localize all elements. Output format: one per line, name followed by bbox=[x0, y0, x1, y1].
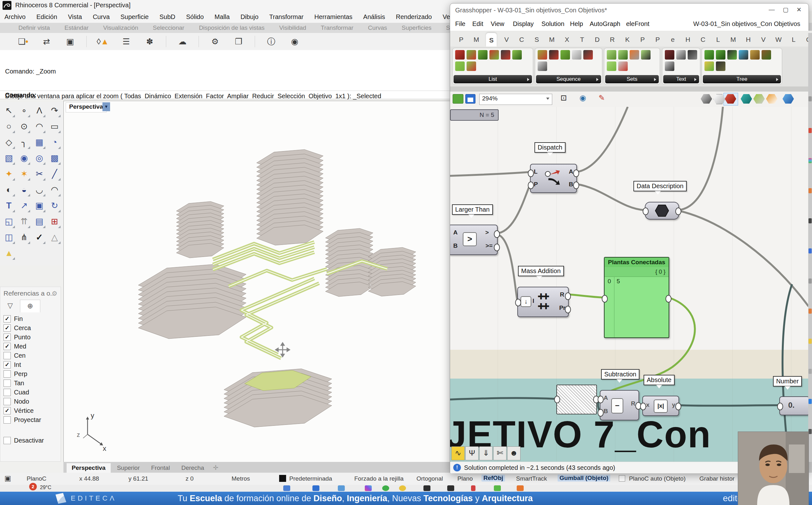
layer-color-swatch[interactable] bbox=[279, 475, 286, 482]
sketch-widget-icon[interactable]: ☻ bbox=[507, 447, 520, 460]
toggle-smarttrack[interactable]: SmartTrack bbox=[516, 475, 547, 482]
viewport-dropdown-icon[interactable]: ▼ bbox=[102, 102, 110, 111]
toolbar-tab-visualizacion[interactable]: Visualización bbox=[103, 24, 138, 31]
menu-superficie[interactable]: Superficie bbox=[121, 13, 149, 21]
output-nub[interactable] bbox=[565, 293, 571, 300]
check-icon[interactable]: ✓ bbox=[32, 230, 47, 246]
arc-icon[interactable]: ◠ bbox=[32, 119, 47, 135]
solid-edit-icon[interactable]: ◱ bbox=[1, 214, 16, 230]
help-tab-icon[interactable] bbox=[809, 248, 812, 254]
display-tab-icon[interactable] bbox=[809, 158, 812, 163]
cloud-download-icon[interactable]: ☁ bbox=[175, 37, 190, 46]
tab-h2[interactable]: H bbox=[743, 32, 753, 45]
maximize-button[interactable]: ▢ bbox=[779, 6, 792, 13]
input-nub[interactable] bbox=[598, 396, 604, 403]
rectangle-icon[interactable]: ▭ bbox=[47, 119, 62, 135]
palette-label-tree[interactable]: Tree bbox=[703, 75, 781, 83]
polyline-icon[interactable]: Λ bbox=[32, 103, 47, 119]
boolean-icon[interactable]: ✦ bbox=[1, 167, 16, 182]
osnap-row-cuad[interactable]: Cuad bbox=[3, 388, 41, 397]
checkbox[interactable] bbox=[3, 379, 11, 387]
split-icon[interactable]: ╱ bbox=[47, 167, 62, 182]
menu-subd[interactable]: SubD bbox=[159, 13, 176, 21]
component-icon[interactable] bbox=[727, 50, 737, 59]
component-icon[interactable] bbox=[618, 61, 628, 71]
gh-menu-file[interactable]: File bbox=[455, 20, 465, 28]
tab-e[interactable]: e bbox=[667, 32, 678, 45]
component-icon[interactable] bbox=[629, 50, 639, 59]
menu-edicion[interactable]: Edición bbox=[36, 13, 57, 21]
menu-renderizado[interactable]: Renderizado bbox=[396, 13, 432, 21]
toggle-ortogonal[interactable]: Ortogonal bbox=[417, 475, 443, 482]
patch-icon[interactable]: ◔ bbox=[47, 135, 62, 151]
select-icon[interactable]: ↖ bbox=[1, 103, 16, 119]
display-gem-orange-icon[interactable] bbox=[766, 94, 778, 104]
expand-button-icon[interactable]: ↓ bbox=[520, 296, 531, 307]
toolbar-tab-definir-vista[interactable]: Definir vista bbox=[18, 24, 50, 31]
toggle-gumball[interactable]: Gumball (Objeto) bbox=[558, 475, 610, 482]
toggle-forzado[interactable]: Forzado a la rejilla bbox=[354, 475, 403, 482]
osnap-tab-icon[interactable]: ⊕ bbox=[20, 300, 40, 312]
color-fan-icon[interactable]: ☰ bbox=[119, 37, 133, 46]
palette-label-text[interactable]: Text bbox=[663, 75, 699, 83]
component-icon[interactable] bbox=[704, 61, 714, 71]
menu-vista[interactable]: Vista bbox=[68, 13, 82, 21]
tab-frontal[interactable]: Frontal bbox=[146, 463, 175, 473]
toggle-planoc-auto[interactable]: PlanoC auto (Objeto) bbox=[629, 475, 686, 482]
extra-tab-icon[interactable] bbox=[809, 429, 812, 434]
input-nub[interactable] bbox=[640, 403, 646, 410]
component-icon[interactable] bbox=[455, 50, 465, 59]
number-slider[interactable]: N = 5 bbox=[450, 109, 499, 121]
menu-solido[interactable]: Sólido bbox=[186, 13, 204, 21]
minimize-button[interactable]: — bbox=[766, 6, 778, 13]
gh-menu-display[interactable]: Display bbox=[513, 20, 534, 28]
gear-icon[interactable]: ⚙ bbox=[52, 290, 57, 297]
tab-h[interactable]: H bbox=[683, 32, 693, 45]
toolbar-tab-superficies[interactable]: Superficies bbox=[401, 24, 431, 31]
grasshopper-title-bar[interactable]: Grasshopper - W-03-01_Sin objetivos_Con … bbox=[450, 3, 809, 17]
menu-malla[interactable]: Malla bbox=[214, 13, 230, 21]
box-tab-icon[interactable] bbox=[809, 309, 812, 314]
tab-k[interactable]: K bbox=[622, 32, 633, 45]
component-icon[interactable] bbox=[607, 61, 616, 71]
component-icon[interactable] bbox=[739, 50, 748, 59]
tab-c2[interactable]: C bbox=[697, 32, 708, 45]
surface-grid-icon[interactable]: ▩ bbox=[47, 151, 62, 167]
component-icon[interactable] bbox=[572, 50, 581, 59]
trim-icon[interactable]: ✂ bbox=[32, 167, 47, 182]
toolbar-tab-transformar[interactable]: Transformar bbox=[321, 24, 353, 31]
osnap-row-cen[interactable]: Cen bbox=[3, 351, 41, 360]
output-nub[interactable] bbox=[573, 182, 579, 189]
taskbar-app-icon[interactable] bbox=[494, 485, 501, 491]
status-layer[interactable]: Predeterminada bbox=[289, 475, 332, 482]
grasshopper-window[interactable]: Grasshopper - W-03-01_Sin objetivos_Con … bbox=[450, 3, 809, 473]
fillet-surface-icon[interactable]: ◡ bbox=[32, 182, 47, 198]
output-nub[interactable] bbox=[573, 169, 579, 177]
menu-analisis[interactable]: Análisis bbox=[363, 13, 385, 21]
component-icon[interactable] bbox=[704, 50, 714, 59]
tab-derecha[interactable]: Derecha bbox=[177, 463, 209, 473]
tab-sets[interactable]: S bbox=[486, 33, 497, 47]
solid-tools-icon[interactable]: △ bbox=[47, 230, 62, 246]
checkbox[interactable]: ✓ bbox=[3, 407, 11, 414]
palette-label-list[interactable]: List bbox=[454, 75, 532, 83]
palette-label-sets[interactable]: Sets bbox=[605, 75, 659, 83]
tab-surface[interactable]: S bbox=[531, 32, 542, 45]
surface-points-icon[interactable]: ▦ bbox=[32, 135, 47, 151]
checkbox[interactable] bbox=[3, 437, 11, 444]
toolbar-tab-visibilidad[interactable]: Visibilidad bbox=[279, 24, 306, 31]
grid-tab-icon[interactable] bbox=[809, 369, 812, 374]
toolbar-tab-seleccionar[interactable]: Seleccionar bbox=[153, 24, 184, 31]
checkbox[interactable] bbox=[3, 389, 11, 396]
gh-menu-elefront[interactable]: eleFront bbox=[626, 20, 649, 28]
input-nub[interactable] bbox=[515, 299, 521, 306]
input-nub[interactable] bbox=[528, 182, 534, 189]
component-icon[interactable] bbox=[467, 61, 476, 71]
menu-transformar[interactable]: Transformar bbox=[269, 13, 304, 21]
toggle-grabar-historial[interactable]: Grabar histor bbox=[699, 475, 734, 482]
layer-manager-icon[interactable]: ❏• bbox=[16, 37, 30, 46]
tab-l[interactable]: L bbox=[713, 32, 723, 45]
input-nub[interactable] bbox=[554, 396, 560, 403]
palette-label-sequence[interactable]: Sequence bbox=[536, 75, 601, 83]
boolean-difference-icon[interactable]: ◒ bbox=[16, 182, 32, 198]
